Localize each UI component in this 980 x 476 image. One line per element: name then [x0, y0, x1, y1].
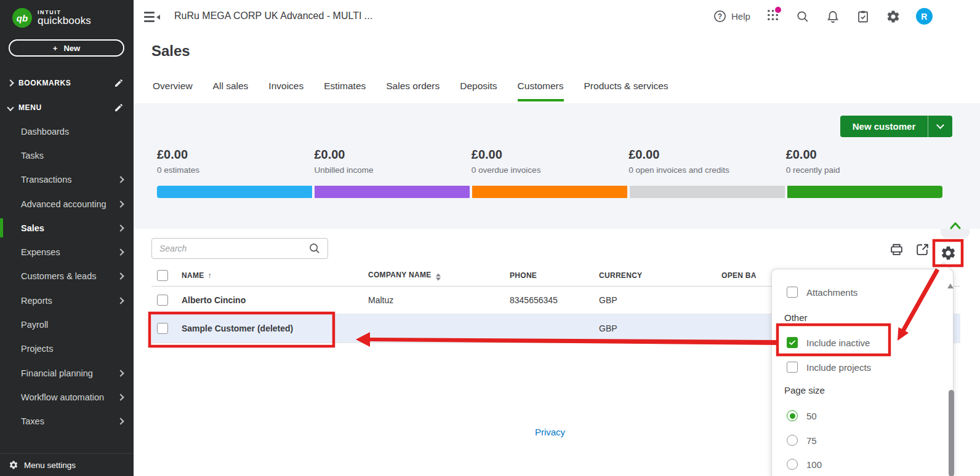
sidebar-item-advanced-accounting[interactable]: Advanced accounting	[0, 192, 134, 216]
select-all-checkbox[interactable]	[157, 270, 168, 281]
page-title: Sales	[151, 42, 190, 60]
avatar[interactable]: R	[916, 8, 933, 25]
column-header-currency[interactable]: CURRENCY	[599, 271, 642, 280]
qb-logo-icon: qb	[12, 8, 32, 28]
new-button[interactable]: + New	[9, 39, 124, 57]
include-projects-label: Include projects	[806, 362, 871, 373]
sidebar-item-sales[interactable]: Sales	[0, 216, 134, 240]
new-customer-button[interactable]: New customer	[840, 116, 952, 137]
sidebar-item-taxes[interactable]: Taxes	[0, 410, 134, 434]
search-icon[interactable]	[795, 9, 810, 24]
tab-deposits[interactable]: Deposits	[460, 81, 497, 101]
sidebar-item-reports[interactable]: Reports	[0, 288, 134, 312]
sidebar-item-transactions[interactable]: Transactions	[0, 168, 134, 192]
apps-grid-button[interactable]	[766, 8, 780, 25]
scroll-up-arrow-icon[interactable]	[947, 284, 954, 288]
include-projects-option[interactable]: Include projects	[787, 362, 871, 373]
customer-name[interactable]: Alberto Cincino	[182, 295, 246, 305]
tasks-clipboard-icon[interactable]	[856, 9, 870, 24]
sidebar-item-projects[interactable]: Projects	[0, 337, 134, 361]
sidebar-item-label: Reports	[21, 296, 52, 306]
sort-icon	[436, 274, 441, 281]
sidebar-section-menu[interactable]: MENU	[0, 100, 134, 116]
row-checkbox[interactable]	[157, 323, 168, 334]
edit-bookmarks-icon[interactable]	[114, 78, 124, 88]
row-checkbox[interactable]	[157, 295, 168, 306]
chevron-right-icon	[117, 177, 124, 183]
tab-customers[interactable]: Customers	[518, 81, 564, 101]
recently-paid-bar[interactable]	[787, 186, 942, 198]
plus-icon: +	[53, 44, 58, 53]
include-projects-checkbox[interactable]	[787, 362, 798, 373]
sidebar-item-label: Customers & leads	[21, 271, 97, 281]
sidebar-item-payroll[interactable]: Payroll	[0, 312, 134, 336]
new-customer-dropdown[interactable]	[928, 116, 952, 137]
stat-recently-paid[interactable]: £0.00 0 recently paid	[786, 148, 943, 175]
page-size-50-option[interactable]: 50	[787, 410, 817, 421]
notifications-bell-icon[interactable]	[825, 9, 840, 24]
edit-menu-icon[interactable]	[114, 103, 124, 113]
help-button[interactable]: Help	[713, 9, 750, 23]
stat-amount: £0.00	[314, 148, 471, 162]
attachments-checkbox[interactable]	[787, 287, 798, 298]
page-size-75-option[interactable]: 75	[787, 435, 817, 446]
table-settings-gear-icon[interactable]	[940, 245, 957, 261]
collapse-sidebar-icon[interactable]	[144, 12, 160, 23]
panel-scrollbar[interactable]	[949, 390, 954, 476]
page-size-header: Page size	[784, 385, 825, 395]
tab-estimates[interactable]: Estimates	[324, 81, 366, 101]
stat-open-invoices[interactable]: £0.00 0 open invoices and credits	[629, 148, 785, 175]
sidebar-item-tasks[interactable]: Tasks	[0, 143, 134, 167]
sidebar-item-customers-leads[interactable]: Customers & leads	[0, 264, 134, 288]
quickbooks-logo[interactable]: qb INTUIT quickbooks	[0, 0, 134, 28]
sidebar-item-label: Taxes	[21, 416, 44, 426]
radio-100[interactable]	[787, 459, 798, 470]
export-icon[interactable]	[915, 242, 930, 257]
sidebar-item-expenses[interactable]: Expenses	[0, 240, 134, 264]
page-size-100-label: 100	[806, 459, 822, 470]
stat-label: Unbilled income	[314, 165, 471, 175]
new-customer-label[interactable]: New customer	[840, 116, 928, 137]
tab-products-services[interactable]: Products & services	[584, 81, 669, 101]
column-header-name[interactable]: NAME↑	[182, 271, 212, 280]
open-invoices-bar[interactable]	[630, 186, 785, 198]
column-header-company[interactable]: COMPANY NAME	[368, 271, 441, 281]
stat-overdue-invoices[interactable]: £0.00 0 overdue invoices	[472, 148, 629, 175]
estimates-bar[interactable]	[157, 186, 312, 198]
print-icon[interactable]	[889, 242, 904, 257]
collapse-money-bar-button[interactable]	[950, 221, 961, 232]
settings-gear-icon[interactable]	[886, 9, 901, 24]
column-header-open-balance[interactable]: OPEN BA	[721, 271, 757, 280]
chevron-right-icon	[117, 394, 124, 400]
search-input[interactable]	[159, 244, 308, 253]
overdue-invoices-bar[interactable]	[472, 186, 627, 198]
check-icon	[788, 338, 797, 347]
customer-name[interactable]: Sample Customer (deleted)	[182, 323, 293, 333]
stat-unbilled-income[interactable]: £0.00 Unbilled income	[314, 148, 471, 175]
include-inactive-checkbox[interactable]	[787, 337, 798, 348]
sidebar-item-label: Financial planning	[21, 368, 93, 378]
sidebar-item-dashboards[interactable]: Dashboards	[0, 119, 134, 143]
radio-75[interactable]	[787, 435, 798, 446]
customer-company: Maltuz	[368, 295, 393, 305]
tab-invoices[interactable]: Invoices	[268, 81, 303, 101]
page-size-100-option[interactable]: 100	[787, 459, 822, 470]
customer-phone: 8345656345	[510, 295, 558, 305]
tab-overview[interactable]: Overview	[153, 81, 193, 101]
sidebar-item-workflow-automation[interactable]: Workflow automation	[0, 385, 134, 409]
column-header-phone[interactable]: PHONE	[510, 271, 537, 280]
radio-50[interactable]	[787, 410, 798, 421]
search-icon[interactable]	[308, 242, 321, 255]
menu-settings-button[interactable]: Menu settings	[0, 453, 134, 476]
include-inactive-option[interactable]: Include inactive	[787, 337, 870, 348]
tab-sales-orders[interactable]: Sales orders	[386, 81, 440, 101]
notification-badge	[775, 7, 781, 13]
topbar-icons: Help R	[713, 8, 933, 25]
company-name[interactable]: RuRu MEGA CORP UK Advanced - MULTI ...	[174, 10, 372, 22]
sidebar-section-bookmarks[interactable]: BOOKMARKS	[0, 75, 134, 91]
sidebar-item-financial-planning[interactable]: Financial planning	[0, 361, 134, 385]
attachments-option[interactable]: Attachments	[787, 287, 857, 298]
unbilled-income-bar[interactable]	[315, 186, 470, 198]
tab-all-sales[interactable]: All sales	[213, 81, 249, 101]
stat-estimates[interactable]: £0.00 0 estimates	[157, 148, 314, 175]
